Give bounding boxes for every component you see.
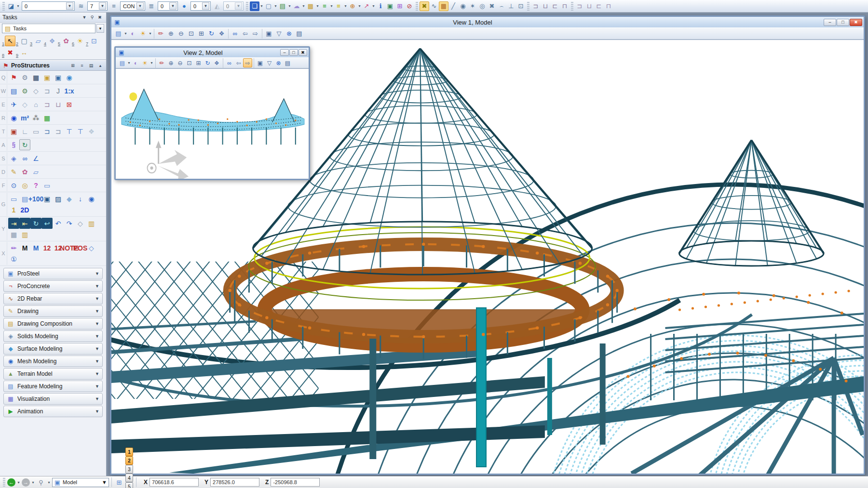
prostructures-header[interactable]: ⚑ ProStructures ⊞ ≡ ▤ ▴ <box>0 60 106 71</box>
toolbar-grip[interactable] <box>2 2 5 11</box>
view-toggle-2[interactable]: 2 <box>125 456 133 465</box>
tag-outline-icon[interactable]: ◇ <box>86 242 97 253</box>
translate-flags-icon[interactable]: ⚑ <box>8 72 19 83</box>
nearest-snap-icon[interactable]: ╱ <box>448 1 458 11</box>
copy-tool[interactable]: 3▱ <box>30 36 43 46</box>
line-weight-combo[interactable]: 0 ▼ <box>158 1 178 11</box>
detail-view-button[interactable]: ▤ <box>87 62 95 69</box>
raster-manager-icon-dropdown[interactable]: ▾ <box>315 4 320 8</box>
element-selection-icon[interactable]: ❑ <box>250 1 259 11</box>
toolbar-grip[interactable] <box>571 2 573 11</box>
view-attributes-icon[interactable]: ▤ <box>118 58 127 67</box>
edit-pencil-icon[interactable]: ✎ <box>8 166 19 177</box>
panel-blue-icon[interactable]: ▨ <box>53 193 64 204</box>
undo-icon[interactable]: ↶ <box>53 218 64 229</box>
view-brightness-icon[interactable]: ☀ <box>138 28 148 39</box>
settings-wrench-icon[interactable]: ⚙ <box>19 85 30 96</box>
raster-manager-icon[interactable]: ▩ <box>306 1 315 11</box>
civil-geometry-icon[interactable]: ∿ <box>429 1 439 11</box>
new-file-icon-dropdown[interactable]: ▾ <box>273 4 278 8</box>
measure-tool[interactable]: 9↔ <box>16 47 29 58</box>
walk-icon[interactable]: ∞ <box>225 58 234 67</box>
multisnap-icon[interactable]: ⊡ <box>516 1 526 11</box>
solid-cube-icon[interactable]: ◈ <box>8 153 19 164</box>
tangent-snap-icon[interactable]: ⌢ <box>497 1 506 11</box>
level-100-icon[interactable]: +100 <box>30 193 41 204</box>
template-dropdown[interactable]: ▾ <box>16 4 20 8</box>
element-selection-icon-dropdown[interactable]: ▾ <box>259 4 264 8</box>
channel-a-icon[interactable]: ⊐ <box>41 99 53 110</box>
chevron-down-icon[interactable]: ▼ <box>66 2 73 10</box>
steel-connection-2-icon[interactable]: ⊔ <box>541 1 550 11</box>
sidebar-item-mesh-modeling[interactable]: ◉Mesh Modeling▼ <box>3 356 103 367</box>
move-rect-icon[interactable]: ▱ <box>30 166 41 177</box>
project-explorer-icon-dropdown[interactable]: ▾ <box>287 4 292 8</box>
no-boundary-icon[interactable]: ⊘ <box>405 1 414 11</box>
channel-b-icon[interactable]: ⊔ <box>53 99 64 110</box>
hook-icon[interactable]: J <box>53 85 64 96</box>
frame-copy-icon[interactable]: ▭ <box>41 180 53 191</box>
forward-button[interactable]: → <box>22 478 30 487</box>
sidebar-item-solids-modeling[interactable]: ◈Solids Modeling▼ <box>3 330 103 342</box>
models-icon[interactable]: ☁ <box>292 1 301 11</box>
wireframe-box-icon[interactable]: ◇ <box>30 85 41 96</box>
chevron-down-icon[interactable]: ▼ <box>96 24 104 33</box>
sidebar-item-2d-rebar[interactable]: ∿2D Rebar▼ <box>3 293 103 304</box>
chevron-down-icon[interactable]: ▼ <box>99 2 106 10</box>
style-tool-icon[interactable]: ✿ <box>61 36 71 46</box>
accudraw-toggle-icon[interactable]: ✖ <box>420 1 429 11</box>
fence-tool[interactable]: 2▢ <box>16 36 29 46</box>
active-color-icon[interactable]: ● <box>179 1 189 11</box>
steel-axes-3-icon[interactable]: ⊏ <box>594 1 604 11</box>
link-tool[interactable]: 7⊡ <box>86 36 99 46</box>
power-icon[interactable]: ◉ <box>8 112 19 123</box>
redo-icon[interactable]: ↷ <box>64 218 75 229</box>
clip-volume-icon[interactable]: ▽ <box>274 28 284 39</box>
select-tool-icon[interactable]: ↖ <box>5 36 15 46</box>
info-icon[interactable]: ℹ <box>376 1 385 11</box>
line-style-combo[interactable]: CON ▼ <box>120 1 145 11</box>
toolbar-grip[interactable] <box>416 2 418 11</box>
render-tool-icon[interactable]: ☀ <box>75 36 85 46</box>
home-box-icon[interactable]: ⌂ <box>30 99 41 110</box>
maximize-button[interactable]: □ <box>837 19 849 26</box>
sidebar-item-animation[interactable]: ▶Animation▼ <box>3 406 103 417</box>
chevron-down-icon[interactable]: ▼ <box>136 2 144 10</box>
markup-icon[interactable]: ↗ <box>362 1 371 11</box>
view2-titlebar[interactable]: ▣ View 2, Model – □ ✖ <box>116 48 309 57</box>
view-brightness-icon-dropdown[interactable]: ▾ <box>148 31 152 36</box>
sidebar-item-prosteel[interactable]: ▣ProSteel▼ <box>3 268 103 279</box>
x-coordinate-field[interactable] <box>149 478 199 487</box>
active-color-combo[interactable]: 0 ▼ <box>190 1 211 11</box>
transparency-combo[interactable]: 0 ▼ <box>223 1 244 11</box>
intersection-snap-icon[interactable]: ✖ <box>487 1 497 11</box>
m-dim-icon[interactable]: M <box>19 242 30 253</box>
sidebar-item-feature-modeling[interactable]: ▤Feature Modeling▼ <box>3 381 103 392</box>
window-area-icon[interactable]: ⊡ <box>185 58 194 67</box>
view-attributes-icon[interactable]: ▤ <box>113 28 123 39</box>
copy-view-icon[interactable]: ▣ <box>256 58 265 67</box>
tasks-folder-icon[interactable]: ▤ <box>4 24 11 33</box>
folder-in-icon[interactable]: ▥ <box>19 229 30 240</box>
view-previous-icon[interactable]: ⇦ <box>240 28 250 39</box>
active-level-icon[interactable]: ≋ <box>76 1 86 11</box>
steel-axes-1-icon[interactable]: ⊐ <box>575 1 584 11</box>
pan-view-icon[interactable]: ❖ <box>217 28 227 39</box>
chevron-down-icon[interactable]: ▼ <box>102 479 107 485</box>
rotate-view-icon[interactable]: ↻ <box>203 58 212 67</box>
pan-view-icon[interactable]: ❖ <box>212 58 221 67</box>
group-icon[interactable]: ⁂ <box>30 112 41 123</box>
area-icon[interactable]: m² <box>19 112 30 123</box>
snap-pin-icon[interactable]: ⚲ <box>36 477 46 487</box>
zoom-out-icon[interactable]: ⊖ <box>176 58 185 67</box>
markup-icon-dropdown[interactable]: ▾ <box>371 4 376 8</box>
forward-dropdown[interactable]: ▾ <box>31 480 35 485</box>
connection-center-icon[interactable]: ▦ <box>30 72 41 83</box>
rings-icon[interactable]: ∞ <box>19 153 30 164</box>
rotate-h-icon[interactable]: ↻ <box>19 139 30 150</box>
tasks-combo[interactable]: ▤ Tasks <box>2 24 95 33</box>
view-toggle-4[interactable]: 4 <box>125 474 133 482</box>
pos-icon[interactable]: POS <box>75 242 86 253</box>
models-icon-dropdown[interactable]: ▾ <box>301 4 306 8</box>
zoom-in-icon[interactable]: ⊕ <box>166 28 176 39</box>
